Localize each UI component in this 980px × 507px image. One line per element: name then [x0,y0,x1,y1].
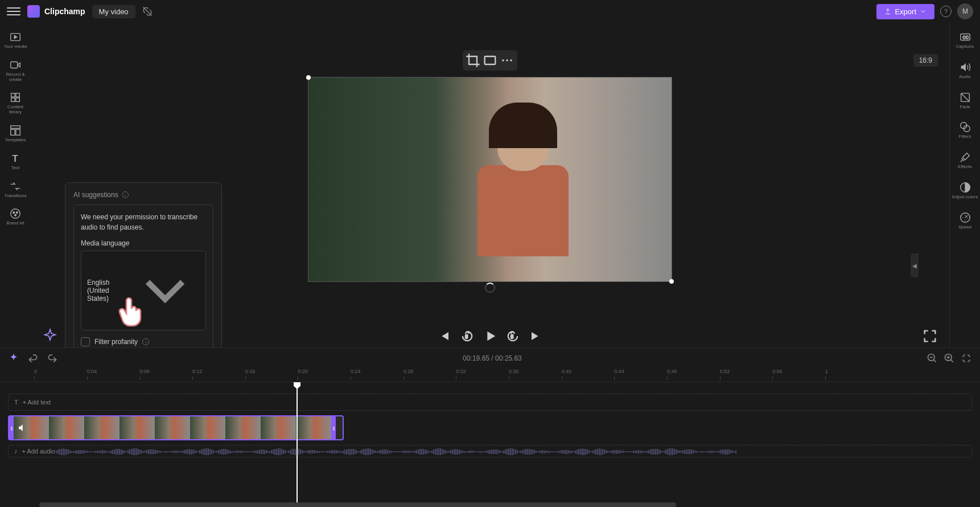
info-icon[interactable]: i [122,191,129,198]
skip-back-button[interactable] [437,328,452,344]
export-label: Export [895,7,916,16]
svg-point-15 [502,59,504,62]
svg-text:CC: CC [962,35,969,40]
undo-button[interactable] [27,353,39,364]
logo-icon [27,5,40,18]
crop-button[interactable] [465,52,481,68]
nav-label: Your media [4,44,27,50]
forward-button[interactable]: 5 [505,328,521,344]
zoom-in-button[interactable] [944,353,955,364]
svg-point-10 [11,209,20,219]
clip-thumbnail [155,416,190,439]
more-options-button[interactable] [499,52,515,68]
help-button[interactable]: ? [940,6,952,17]
ruler-tick: 0:48 [667,369,677,374]
fullscreen-button[interactable] [922,328,938,344]
ruler-tick: 0:20 [298,369,308,374]
ruler-tick: 0:56 [772,369,783,374]
effects-icon [959,151,971,163]
nav-templates[interactable]: Templates [2,121,29,146]
aspect-ratio-selector[interactable]: 16:9 [913,54,938,67]
templates-icon [9,124,22,137]
audio-icon [959,61,971,73]
nav-filters[interactable]: Filters [952,117,979,143]
ruler-tick: 0 [34,369,37,374]
ai-suggestions-popup: AI suggestions i We need your permission… [65,182,222,347]
clip-trim-end[interactable] [331,416,336,439]
svg-rect-3 [16,93,19,97]
ruler-tick: 0:24 [351,369,361,374]
speed-icon [959,211,971,224]
current-time: 00:19.65 [463,354,489,362]
video-preview[interactable] [308,77,672,282]
adjust-icon [959,181,971,194]
media-language-label: Media language [81,239,206,247]
rewind-button[interactable]: 5 [459,328,475,344]
nav-label: Record & create [2,72,29,83]
clip-thumbnail [190,416,225,439]
nav-audio[interactable]: Audio [952,58,979,83]
filters-icon [959,121,971,133]
svg-rect-2 [11,93,15,97]
nav-fade[interactable]: Fade [952,88,979,113]
clip-trim-start[interactable] [9,416,14,439]
svg-point-16 [506,59,508,62]
svg-point-12 [16,212,18,214]
fade-icon [959,91,971,104]
horizontal-scrollbar[interactable] [0,502,980,507]
info-icon[interactable]: i [142,338,149,345]
fit-button[interactable] [482,52,498,68]
skip-forward-button[interactable] [528,328,543,344]
ai-timeline-button[interactable] [8,353,19,364]
timeline-tracks: T + Add text ♪ + Add audio [0,382,980,502]
ai-popup-title: AI suggestions [73,191,118,199]
clip-thumbnail [120,416,155,439]
nav-brand-kit[interactable]: Brand kit [2,204,29,230]
total-time: 00:25.63 [495,354,522,362]
nav-your-media[interactable]: Your media [2,27,29,53]
mute-icon[interactable] [17,423,27,433]
clip-thumbnail [296,416,331,439]
audio-track-icon: ♪ [14,448,18,455]
timeline-ruler[interactable]: 00:040:080:120:160:200:240:280:320:360:4… [0,369,980,382]
export-button[interactable]: Export [876,4,934,19]
menu-button[interactable] [7,5,20,18]
collapse-panel-button[interactable]: ◀ [911,254,919,277]
language-select[interactable]: English (United States) [81,251,206,330]
svg-text:5: 5 [466,334,468,340]
project-title[interactable]: My video [92,5,135,18]
video-clip[interactable] [8,415,344,440]
ai-enhance-button[interactable] [42,328,58,344]
nav-transitions[interactable]: Transitions [2,177,29,202]
ruler-tick: 0:36 [509,369,519,374]
playhead[interactable] [297,382,298,502]
clip-thumbnail [225,416,261,439]
nav-record-create[interactable]: Record & create [2,55,29,86]
text-track[interactable]: T + Add text [8,394,972,411]
nav-effects[interactable]: Effects [952,148,979,173]
filter-profanity-label: Filter profanity [94,338,138,346]
nav-text[interactable]: T Text [2,149,29,174]
svg-point-13 [15,215,17,216]
filter-profanity-checkbox[interactable] [81,337,90,346]
audio-waveform [54,448,966,455]
media-icon [9,31,22,43]
text-track-icon: T [14,399,18,406]
nav-speed[interactable]: Speed [952,208,979,234]
user-avatar[interactable]: M [957,3,973,19]
ai-permission-message: We need your permission to transcribe au… [81,212,206,232]
nav-label: Adjust colors [952,195,978,200]
play-button[interactable] [482,328,498,344]
preview-toolbar [463,50,517,71]
nav-captions[interactable]: CC Captions [952,27,979,53]
app-logo[interactable]: Clipchamp [27,5,85,18]
svg-rect-1 [11,62,18,68]
nav-label: Brand kit [6,221,24,226]
nav-content-library[interactable]: Content library [2,88,29,118]
audio-track[interactable]: ♪ + Add audio [8,445,972,457]
redo-button[interactable] [47,353,58,364]
zoom-fit-button[interactable] [961,353,972,364]
zoom-out-button[interactable] [927,353,938,364]
ruler-tick: 0:28 [403,369,414,374]
nav-adjust-colors[interactable]: Adjust colors [952,178,979,203]
